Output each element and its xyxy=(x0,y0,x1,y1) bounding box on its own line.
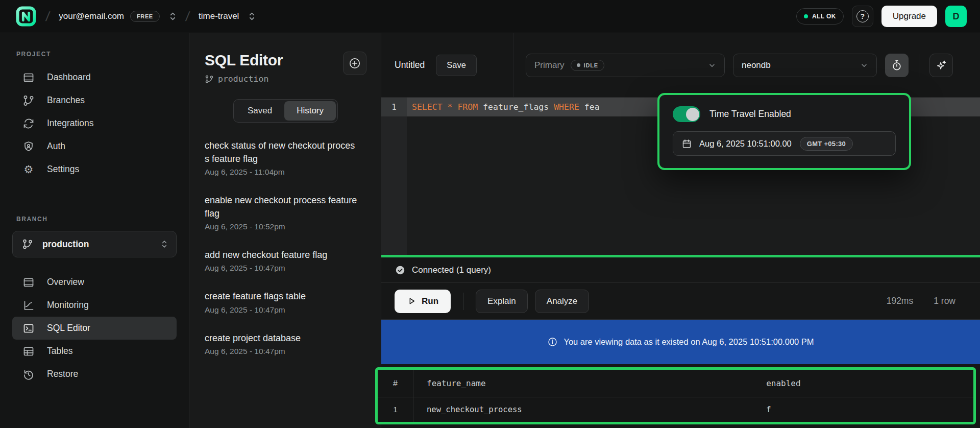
sidebar-heading-branch: BRANCH xyxy=(16,216,177,223)
history-item[interactable]: check status of new checkout process fea… xyxy=(205,139,366,177)
results-header-row: # feature_name enabled xyxy=(378,370,973,397)
time-travel-button[interactable] xyxy=(885,54,909,77)
breadcrumb-separator: / xyxy=(45,9,51,25)
column-header-enabled: enabled xyxy=(753,378,973,388)
status-dot-icon xyxy=(804,14,808,18)
save-button[interactable]: Save xyxy=(436,55,477,76)
results-table: # feature_name enabled 1 new_checkout_pr… xyxy=(375,367,976,424)
actions-divider xyxy=(463,293,463,310)
line-number: 1 xyxy=(381,98,407,116)
neon-logo-icon[interactable] xyxy=(15,6,37,27)
sidebar-heading-project: PROJECT xyxy=(16,51,177,58)
row-index: 1 xyxy=(378,397,413,422)
stopwatch-icon xyxy=(891,59,903,72)
run-button[interactable]: Run xyxy=(395,290,451,313)
tab-history[interactable]: History xyxy=(284,101,336,121)
branch-selector[interactable]: production xyxy=(12,231,177,257)
database-selector[interactable]: neondb xyxy=(733,54,877,77)
calendar-icon xyxy=(681,138,692,149)
sidebar-item-dashboard[interactable]: Dashboard xyxy=(12,66,177,89)
editor-pane: Untitled Save Primary IDLE neondb xyxy=(381,33,980,428)
sidebar-item-monitoring[interactable]: Monitoring xyxy=(12,294,177,317)
chevron-down-icon xyxy=(860,61,868,69)
table-grid-icon xyxy=(22,345,35,358)
ai-assist-button[interactable] xyxy=(929,54,953,77)
table-row[interactable]: 1 new_checkout_process f xyxy=(378,397,973,422)
status-text: ALL OK xyxy=(812,13,836,20)
topbar-actions: ALL OK ? Upgrade D xyxy=(796,6,967,27)
sql-editor-panel: SQL Editor production Saved History chec… xyxy=(189,33,381,428)
history-item[interactable]: enable new checkout process feature flag… xyxy=(205,194,366,231)
breadcrumb-separator: / xyxy=(185,9,191,25)
time-travel-datetime-picker[interactable]: Aug 6, 2025 10:51:00.00 GMT +05:30 xyxy=(673,131,896,156)
terminal-square-icon xyxy=(22,322,35,335)
saved-history-tabs: Saved History xyxy=(233,99,338,123)
time-travel-toggle[interactable] xyxy=(673,106,700,122)
help-button[interactable]: ? xyxy=(852,6,873,27)
user-avatar[interactable]: D xyxy=(945,6,967,27)
upgrade-button[interactable]: Upgrade xyxy=(881,6,937,27)
editor-gutter xyxy=(381,116,407,255)
row-count: 1 row xyxy=(934,296,955,306)
editor-toolbar: Untitled Save Primary IDLE neondb xyxy=(381,33,980,98)
breadcrumb: / your@email.com FREE / time-travel xyxy=(15,6,256,27)
browser-icon xyxy=(22,72,35,84)
gear-icon: ⚙ xyxy=(22,164,35,175)
query-tab-title: Untitled xyxy=(395,60,425,70)
git-branch-icon xyxy=(205,75,214,84)
time-travel-popup: Time Travel Enabled Aug 6, 2025 10:51:00… xyxy=(657,93,911,170)
toggle-knob xyxy=(686,108,699,121)
column-header-feature-name: feature_name xyxy=(413,378,753,388)
page-title: SQL Editor xyxy=(205,52,283,69)
cell-enabled: f xyxy=(753,405,973,414)
system-status-pill[interactable]: ALL OK xyxy=(796,8,844,25)
history-item[interactable]: add new checkout feature flag Aug 6, 202… xyxy=(205,248,366,273)
time-travel-label: Time Travel Enabled xyxy=(709,109,791,120)
connection-status-bar: Connected (1 query) xyxy=(381,257,980,283)
connection-status-text: Connected (1 query) xyxy=(412,265,491,275)
sql-code-editor[interactable]: 1 SELECT * FROM feature_flags WHERE fea … xyxy=(381,98,980,255)
toolbar-divider xyxy=(919,54,919,77)
topbar: / your@email.com FREE / time-travel ALL … xyxy=(0,0,980,33)
history-item[interactable]: create project database Aug 6, 2025 - 10… xyxy=(205,331,366,356)
new-query-button[interactable] xyxy=(343,52,366,75)
analyze-button[interactable]: Analyze xyxy=(535,290,589,313)
sidebar-item-sql-editor[interactable]: SQL Editor xyxy=(12,317,177,340)
play-icon xyxy=(407,296,416,306)
neon-console: / your@email.com FREE / time-travel ALL … xyxy=(0,0,980,428)
sidebar: PROJECT Dashboard Branches Integrations … xyxy=(0,33,189,428)
chevron-updown-icon xyxy=(161,239,168,249)
query-duration: 192ms xyxy=(887,296,914,306)
git-branch-icon xyxy=(22,239,33,250)
time-travel-timestamp: Aug 6, 2025 10:51:00.00 xyxy=(699,139,792,149)
banner-text: You are viewing data as it existed on Au… xyxy=(564,337,814,347)
sidebar-item-overview[interactable]: Overview xyxy=(12,271,177,294)
sidebar-item-tables[interactable]: Tables xyxy=(12,340,177,363)
sparkles-icon xyxy=(935,59,947,72)
sidebar-item-settings[interactable]: ⚙ Settings xyxy=(12,158,177,181)
plus-circle-icon xyxy=(348,57,361,70)
sidebar-item-integrations[interactable]: Integrations xyxy=(12,112,177,135)
git-branch-icon xyxy=(22,94,35,107)
column-header-index: # xyxy=(378,370,413,397)
compute-status-badge: IDLE xyxy=(571,60,604,71)
refresh-arrows-icon xyxy=(22,117,35,130)
compute-selector[interactable]: Primary IDLE xyxy=(526,54,725,77)
project-selector[interactable]: time-travel xyxy=(199,11,256,22)
sidebar-item-branches[interactable]: Branches xyxy=(12,89,177,112)
sidebar-item-restore[interactable]: Restore xyxy=(12,363,177,386)
current-branch: production xyxy=(205,74,283,84)
timezone-badge: GMT +05:30 xyxy=(800,137,853,151)
chevron-down-icon xyxy=(708,61,716,69)
chart-line-icon xyxy=(22,299,35,312)
tab-saved[interactable]: Saved xyxy=(235,101,284,121)
time-travel-banner: You are viewing data as it existed on Au… xyxy=(381,320,980,364)
explain-button[interactable]: Explain xyxy=(476,290,528,313)
history-item[interactable]: create feature flags table Aug 6, 2025 -… xyxy=(205,290,366,314)
info-circle-icon xyxy=(547,337,558,347)
pane-resizer[interactable] xyxy=(381,255,980,257)
org-email: your@email.com xyxy=(59,11,124,21)
org-selector[interactable]: your@email.com FREE xyxy=(59,11,177,22)
history-list: check status of new checkout process fea… xyxy=(205,139,366,356)
sidebar-item-auth[interactable]: Auth xyxy=(12,135,177,158)
